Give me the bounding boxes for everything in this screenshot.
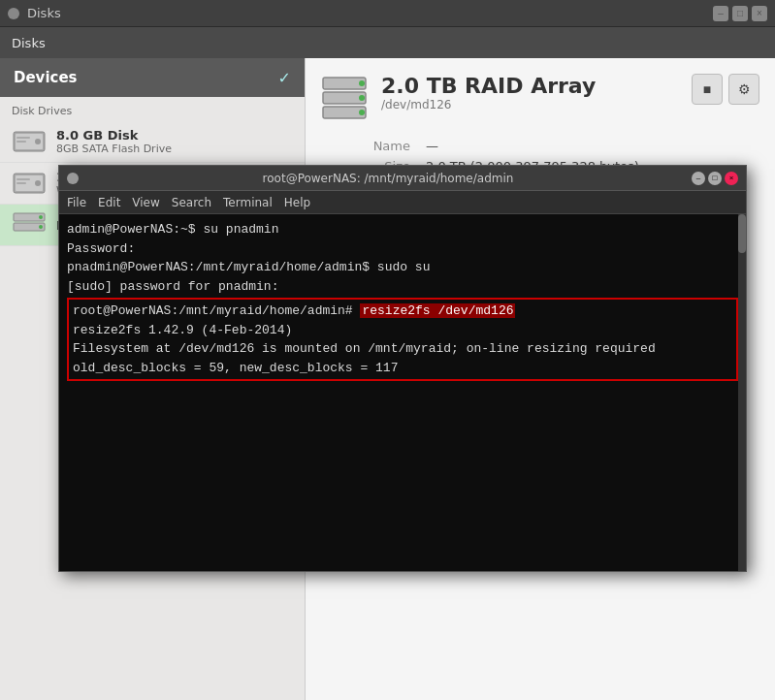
raid-icon <box>12 210 47 239</box>
svg-rect-8 <box>16 178 30 180</box>
terminal-highlight-box: root@PowerNAS:/mnt/myraid/home/admin# re… <box>67 298 738 381</box>
terminal-line-7: old_desc_blocks = 59, new_desc_blocks = … <box>73 359 732 378</box>
terminal-line-3: [sudo] password for pnadmin: <box>67 277 738 297</box>
menu-edit[interactable]: Edit <box>98 196 120 209</box>
cmd-prompt: root@PowerNAS:/mnt/myraid/home/admin# <box>73 303 360 318</box>
svg-rect-4 <box>16 141 26 143</box>
menu-terminal[interactable]: Terminal <box>223 196 273 209</box>
settings-button[interactable]: ⚙ <box>728 74 759 105</box>
scrollbar-thumb <box>738 214 746 253</box>
terminal-body[interactable]: admin@PowerNAS:~$ su pnadmin Password: p… <box>59 214 746 571</box>
terminal-line-0: admin@PowerNAS:~$ su pnadmin <box>67 220 738 239</box>
device-icon <box>321 74 368 120</box>
terminal-line-4: root@PowerNAS:/mnt/myraid/home/admin# re… <box>73 302 732 321</box>
app-titlebar: Disks – □ × <box>0 0 775 27</box>
minimize-button[interactable]: – <box>713 6 728 21</box>
device-header: 2.0 TB RAID Array /dev/md126 ■ ⚙ <box>321 74 759 120</box>
app-header-title: Disks <box>12 36 46 50</box>
close-button[interactable]: × <box>752 6 767 21</box>
device-title-block: 2.0 TB RAID Array /dev/md126 <box>381 74 596 111</box>
disk-icon-1 <box>12 169 47 198</box>
svg-point-17 <box>359 80 365 86</box>
terminal-line-1: Password: <box>67 239 738 259</box>
stop-button[interactable]: ■ <box>692 74 723 105</box>
terminal-window: root@PowerNAS: /mnt/myraid/home/admin – … <box>58 165 747 572</box>
check-icon: ✓ <box>278 69 291 87</box>
disk-item-0[interactable]: 8.0 GB Disk 8GB SATA Flash Drive <box>0 121 305 163</box>
name-value: — <box>418 136 759 156</box>
terminal-controls: – □ × <box>692 172 738 185</box>
disk-icon-0 <box>12 127 47 156</box>
terminal-scrollbar[interactable] <box>738 214 746 571</box>
terminal-close-button[interactable]: × <box>725 172 738 185</box>
section-label: Disk Drives <box>0 97 305 121</box>
device-subtitle: /dev/md126 <box>381 98 596 111</box>
svg-point-19 <box>359 110 365 115</box>
terminal-minimize-button[interactable]: – <box>692 172 705 185</box>
svg-rect-9 <box>16 182 26 184</box>
disk-name-0: 8.0 GB Disk <box>56 128 172 143</box>
devices-title: Devices <box>14 69 78 86</box>
svg-point-7 <box>35 180 41 186</box>
cmd-highlight: resize2fs /dev/md126 <box>360 303 515 318</box>
terminal-line-2: pnadmin@PowerNAS:/mnt/myraid/home/admin$… <box>67 258 738 277</box>
svg-point-2 <box>35 139 41 144</box>
disk-info-0: 8.0 GB Disk 8GB SATA Flash Drive <box>56 128 172 155</box>
menu-file[interactable]: File <box>67 196 86 209</box>
svg-point-12 <box>39 215 43 219</box>
svg-point-18 <box>359 95 365 101</box>
svg-rect-3 <box>16 137 30 139</box>
sidebar-header: Devices ✓ <box>0 58 305 97</box>
app-dot <box>8 8 19 19</box>
info-row-name: Name — <box>321 136 759 156</box>
maximize-button[interactable]: □ <box>732 6 748 21</box>
menu-view[interactable]: View <box>132 196 159 209</box>
device-actions: ■ ⚙ <box>692 74 759 105</box>
titlebar-controls: – □ × <box>713 6 767 21</box>
menu-help[interactable]: Help <box>284 196 310 209</box>
app-title: Disks <box>27 6 61 20</box>
terminal-maximize-button[interactable]: □ <box>708 172 722 185</box>
terminal-title: root@PowerNAS: /mnt/myraid/home/admin <box>84 172 692 185</box>
terminal-titlebar: root@PowerNAS: /mnt/myraid/home/admin – … <box>59 166 746 191</box>
terminal-menubar: File Edit View Search Terminal Help <box>59 191 746 214</box>
name-label: Name <box>321 136 418 156</box>
app-header: Disks <box>0 27 775 58</box>
disk-sub-0: 8GB SATA Flash Drive <box>56 143 172 155</box>
device-title: 2.0 TB RAID Array <box>381 74 596 98</box>
terminal-line-5: resize2fs 1.42.9 (4-Feb-2014) <box>73 321 732 340</box>
terminal-line-6: Filesystem at /dev/md126 is mounted on /… <box>73 339 732 359</box>
menu-search[interactable]: Search <box>172 196 211 209</box>
svg-point-13 <box>39 225 43 229</box>
terminal-dot <box>67 173 79 184</box>
